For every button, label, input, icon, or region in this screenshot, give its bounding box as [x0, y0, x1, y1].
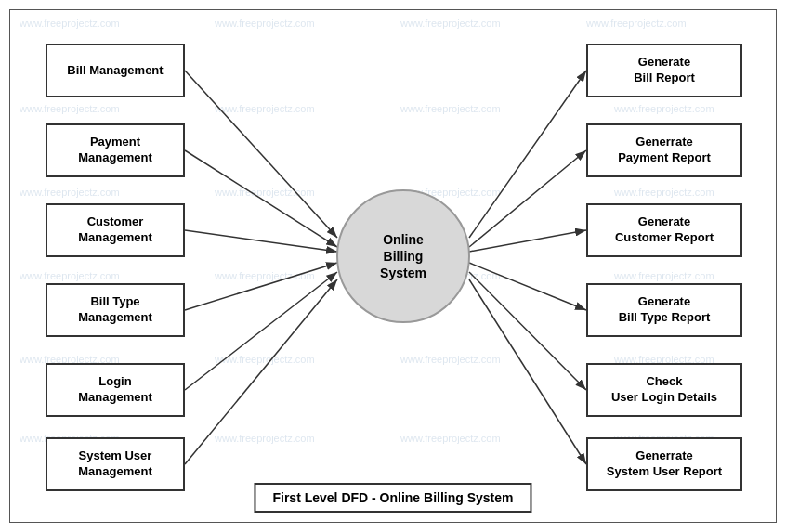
bill-management-box: Bill Management — [46, 44, 185, 97]
svg-line-10 — [469, 263, 586, 310]
billtype-management-box: Bill TypeManagement — [46, 283, 185, 337]
svg-line-3 — [185, 230, 337, 252]
svg-line-2 — [185, 150, 337, 247]
sysuser-management-box: System UserManagement — [46, 437, 185, 491]
svg-line-8 — [469, 150, 586, 247]
payment-management-box: PaymentManagement — [46, 123, 185, 177]
diagram-container: www.freeprojectz.com www.freeprojectz.co… — [9, 9, 777, 523]
center-circle: OnlineBillingSystem — [336, 189, 470, 323]
gen-payment-report-box: GenerratePayment Report — [586, 123, 742, 177]
svg-line-1 — [185, 71, 337, 238]
customer-management-box: CustomerManagement — [46, 203, 185, 257]
gen-customer-report-box: GenerateCustomer Report — [586, 203, 742, 257]
svg-line-7 — [469, 71, 586, 238]
check-login-box: CheckUser Login Details — [586, 363, 742, 417]
svg-line-4 — [185, 263, 337, 310]
login-management-box: LoginManagement — [46, 363, 185, 417]
caption-box: First Level DFD - Online Billing System — [254, 483, 531, 513]
gen-billtype-report-box: GenerateBill Type Report — [586, 283, 742, 337]
gen-sysuser-report-box: GenerrateSystem User Report — [586, 437, 742, 491]
svg-line-9 — [469, 230, 586, 252]
gen-bill-report-box: GenerateBill Report — [586, 44, 742, 97]
